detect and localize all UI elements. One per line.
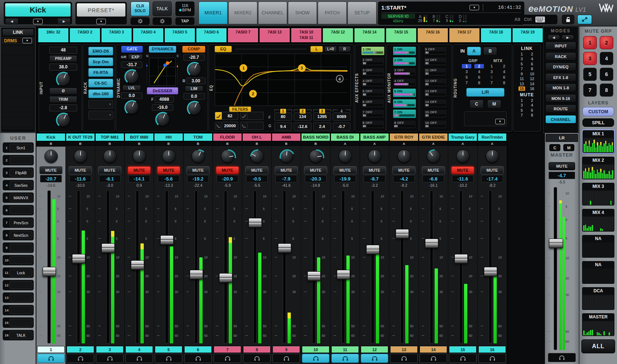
- patch-cell[interactable]: 7ASIO 7: [228, 28, 258, 43]
- pan-knob[interactable]: [427, 150, 440, 163]
- master-cue-button[interactable]: [548, 353, 576, 362]
- aux-slider-handle[interactable]: [396, 114, 399, 117]
- user-slot-2[interactable]: 2: [3, 155, 34, 165]
- bpm-display[interactable]: 116 BPM: [175, 1, 195, 16]
- aux-send-2-on[interactable]: 2 ON: [393, 57, 416, 66]
- link-num-1[interactable]: 1: [518, 52, 525, 56]
- patch-cell[interactable]: 7ASI 107ASI 11: [291, 28, 322, 43]
- user-slot-4[interactable]: 4SavSes: [3, 180, 34, 190]
- talkback-settings-button[interactable]: [153, 17, 172, 25]
- pan-knob[interactable]: [486, 150, 499, 163]
- fader-cap[interactable]: [249, 218, 262, 228]
- aux-send-5-on[interactable]: 5 ON: [393, 88, 416, 97]
- mute-num-2[interactable]: 2: [529, 98, 535, 103]
- fader-cap[interactable]: [72, 254, 85, 264]
- modes-next-button[interactable]: [561, 35, 574, 40]
- fader-area[interactable]: 105051020305060: [389, 189, 418, 346]
- fader-cap[interactable]: [43, 267, 56, 276]
- limiter-button[interactable]: LIM: [185, 86, 203, 92]
- link-num-9[interactable]: 9: [518, 72, 525, 76]
- eq-band-freq-value[interactable]: 1395: [313, 113, 331, 121]
- fader-cap[interactable]: [307, 271, 321, 281]
- layer-dca[interactable]: DCA: [581, 286, 615, 311]
- fader-area[interactable]: 105051020305060: [95, 189, 124, 346]
- lr-assign-button[interactable]: L/R: [466, 88, 504, 97]
- input-b-button[interactable]: B: [483, 47, 497, 56]
- channel-name[interactable]: GTR EDDIE: [419, 133, 448, 141]
- hpf2-icon[interactable]: [240, 112, 247, 120]
- fader-cap[interactable]: [366, 245, 379, 254]
- aux-send-16-off[interactable]: 16 OFF: [424, 120, 447, 129]
- aux-send-5-off[interactable]: 5 OFF: [361, 88, 385, 97]
- mute-button[interactable]: MUTE: [69, 166, 92, 174]
- rack-slot[interactable]: C6-SC: [88, 79, 113, 88]
- channel-name[interactable]: TOM: [183, 133, 213, 141]
- aux-slider-handle[interactable]: [363, 62, 366, 64]
- link-num-2[interactable]: 2: [529, 52, 535, 56]
- mute-num-8[interactable]: 8: [529, 113, 535, 117]
- eq-band-gain-value[interactable]: -12.6: [294, 122, 311, 131]
- tab-setup[interactable]: SETUP: [347, 1, 377, 24]
- aux-slider-handle[interactable]: [363, 114, 366, 117]
- dynamics-threshold-knob[interactable]: [156, 112, 170, 126]
- channel-name[interactable]: BOT M80: [125, 133, 154, 141]
- aux-send-2-off[interactable]: 2 OFF: [361, 57, 385, 66]
- aux-send-4-off[interactable]: 4 OFF: [393, 78, 416, 87]
- center-assign-button[interactable]: C: [470, 100, 484, 108]
- cue-button[interactable]: [302, 354, 329, 363]
- preamp-button[interactable]: PREAMP: [49, 55, 77, 62]
- layer-all-button[interactable]: ALL: [581, 339, 615, 353]
- mute-group-3[interactable]: 3: [583, 52, 597, 65]
- patch-cell[interactable]: 7ASIO 3: [101, 28, 132, 43]
- patch-cell[interactable]: 1Mic 32: [38, 28, 69, 43]
- cue-button[interactable]: [96, 354, 124, 363]
- eq-band-gain-value[interactable]: -0.7: [333, 122, 350, 131]
- grp-assign-7[interactable]: 7: [460, 81, 473, 85]
- pan-knob[interactable]: [133, 150, 146, 163]
- fader-track[interactable]: [106, 190, 110, 343]
- eq-band-freq-value[interactable]: 8089: [333, 113, 350, 121]
- aux-slider-handle[interactable]: [407, 72, 410, 75]
- fader-cap[interactable]: [278, 243, 291, 253]
- link-num-3[interactable]: 3: [518, 57, 525, 61]
- cue-button[interactable]: [214, 354, 241, 363]
- mono-assign-button[interactable]: M: [487, 100, 501, 108]
- aux-slider-handle[interactable]: [363, 72, 366, 75]
- patch-cell[interactable]: 7ASI 16: [417, 28, 448, 43]
- selected-channel-name[interactable]: Kick: [5, 3, 71, 17]
- mute-button[interactable]: MUTE: [451, 166, 474, 174]
- channel-name[interactable]: Kick: [36, 133, 65, 141]
- mute-num-6[interactable]: 6: [529, 108, 535, 113]
- mode-route[interactable]: ROUTE: [545, 104, 576, 113]
- link-num-11[interactable]: 11: [518, 76, 525, 81]
- tab-patch[interactable]: PATCH: [318, 1, 347, 24]
- pan-knob[interactable]: [103, 150, 117, 163]
- aux-slider-handle[interactable]: [405, 83, 409, 85]
- aux-slider-handle[interactable]: [425, 72, 429, 75]
- eq-band-freq-value[interactable]: 80: [274, 113, 292, 121]
- exp-button[interactable]: EXP: [128, 54, 143, 60]
- mute-button[interactable]: MUTE: [275, 166, 298, 174]
- cue-button[interactable]: [243, 354, 271, 363]
- fader-track[interactable]: [459, 190, 463, 343]
- eq-band-gain-value[interactable]: 2.4: [313, 122, 331, 131]
- aux-send-6-off[interactable]: 6 OFF: [361, 99, 385, 108]
- fader-area[interactable]: 105051020305060: [154, 189, 183, 346]
- comp-threshold-knob[interactable]: [187, 62, 201, 76]
- pan-knob[interactable]: [192, 150, 205, 163]
- prev-channel-button[interactable]: [5, 18, 18, 25]
- mode-mon-1-8[interactable]: MON 1-8: [545, 83, 576, 92]
- link-group-dropdown[interactable]: [22, 38, 32, 43]
- patch-cell[interactable]: 7ASI 19: [512, 28, 543, 43]
- fader-track[interactable]: [312, 190, 315, 343]
- pan-knob[interactable]: [44, 150, 58, 163]
- user-slot-13[interactable]: 13: [3, 292, 34, 303]
- gate-gain-knob[interactable]: [125, 100, 139, 114]
- eq-band-freq-value[interactable]: 134: [294, 113, 311, 121]
- grp-assign-2[interactable]: 2: [474, 64, 484, 68]
- pan-knob[interactable]: [280, 150, 293, 163]
- hpf2-freq-value[interactable]: [247, 112, 264, 120]
- user-slot-3[interactable]: 3FlipAB: [3, 167, 34, 178]
- fader-cap[interactable]: [484, 267, 497, 276]
- solo-settings-button[interactable]: [131, 17, 150, 25]
